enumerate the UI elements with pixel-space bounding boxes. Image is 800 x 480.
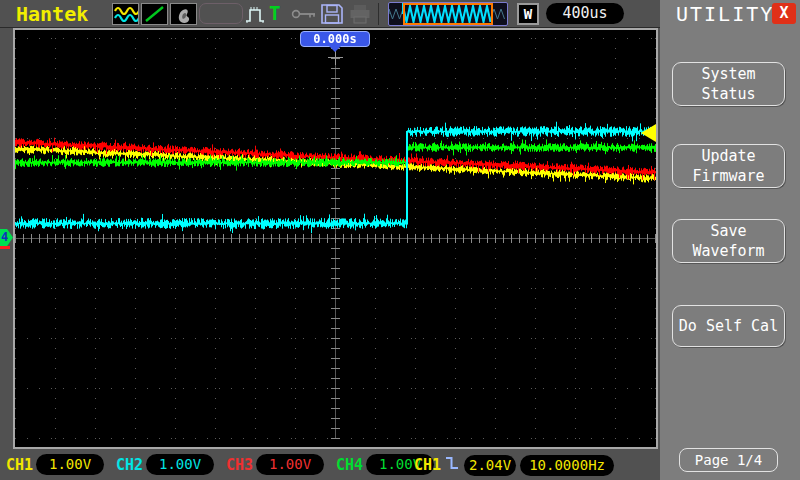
- ch4-ground-marker[interactable]: 4: [0, 229, 13, 246]
- status-bar: CH1 1.00V CH2 1.00V CH3 1.00V CH4 1.00V …: [0, 450, 660, 480]
- trigger-source-label: CH1: [414, 456, 441, 474]
- key-glyph: [291, 8, 319, 20]
- line-glyph: [142, 4, 167, 24]
- panel-title: UTILITY: [676, 2, 774, 26]
- trigger-position-tag[interactable]: 0.000s: [300, 31, 370, 47]
- trigger-readout[interactable]: CH1 2.04V 10.0000Hz: [414, 454, 614, 476]
- ch1-label: CH1: [6, 456, 33, 474]
- printer-glyph: [348, 4, 372, 24]
- channel-waves-glyph: [113, 4, 138, 24]
- floppy-glyph: [320, 3, 344, 25]
- empty-indicator-slot: [199, 3, 243, 24]
- pulse-glyph: [245, 6, 269, 24]
- trigger-status-indicator: T: [269, 2, 280, 24]
- ch3-ground-marker[interactable]: [0, 246, 10, 249]
- timebase-readout[interactable]: 400us: [546, 3, 624, 24]
- waveform-pan-preview[interactable]: [388, 2, 508, 26]
- scope-area: 0.000s 4: [0, 28, 660, 450]
- system-status-button[interactable]: System Status: [672, 62, 785, 106]
- toolbar-separator: [378, 3, 379, 25]
- close-icon[interactable]: X: [772, 3, 796, 24]
- ch1-readout[interactable]: CH1 1.00V: [6, 454, 104, 475]
- oscilloscope-app: Hantek T: [0, 0, 800, 480]
- print-icon[interactable]: [348, 4, 372, 24]
- ch4-label: CH4: [336, 456, 363, 474]
- ch2-readout[interactable]: CH2 1.00V: [116, 454, 214, 475]
- preview-wave-canvas: [389, 3, 507, 25]
- save-waveform-button[interactable]: Save Waveform: [672, 219, 785, 263]
- line-draw-icon[interactable]: [141, 3, 168, 25]
- update-firmware-button[interactable]: Update Firmware: [672, 144, 785, 188]
- w-mode-button[interactable]: W: [517, 3, 539, 25]
- trigger-level-pill: 2.04V: [464, 455, 516, 476]
- ch1-scale-pill: 1.00V: [36, 454, 104, 475]
- keylock-icon[interactable]: [291, 8, 319, 20]
- ch2-label: CH2: [116, 456, 143, 474]
- utility-menu-panel: UTILITY X System Status Update Firmware …: [660, 0, 800, 480]
- do-self-cal-button[interactable]: Do Self Cal: [672, 305, 785, 347]
- page-indicator-button[interactable]: Page 1/4: [679, 448, 778, 472]
- ch2-scale-pill: 1.00V: [146, 454, 214, 475]
- hand-glyph: [171, 4, 196, 24]
- channel-waves-icon[interactable]: [112, 3, 139, 25]
- scope-screen: [13, 28, 658, 449]
- falling-edge-icon: [445, 454, 460, 476]
- hand-icon[interactable]: [170, 3, 197, 25]
- frequency-counter-pill: 10.0000Hz: [520, 455, 614, 476]
- waveform-display: [15, 30, 656, 447]
- save-icon[interactable]: [320, 3, 344, 25]
- ch3-readout[interactable]: CH3 1.00V: [226, 454, 324, 475]
- hantek-logo: Hantek: [16, 2, 88, 26]
- pulse-trigger-icon[interactable]: [245, 6, 269, 24]
- ch3-scale-pill: 1.00V: [256, 454, 324, 475]
- ch3-label: CH3: [226, 456, 253, 474]
- top-toolbar: Hantek T: [0, 0, 660, 28]
